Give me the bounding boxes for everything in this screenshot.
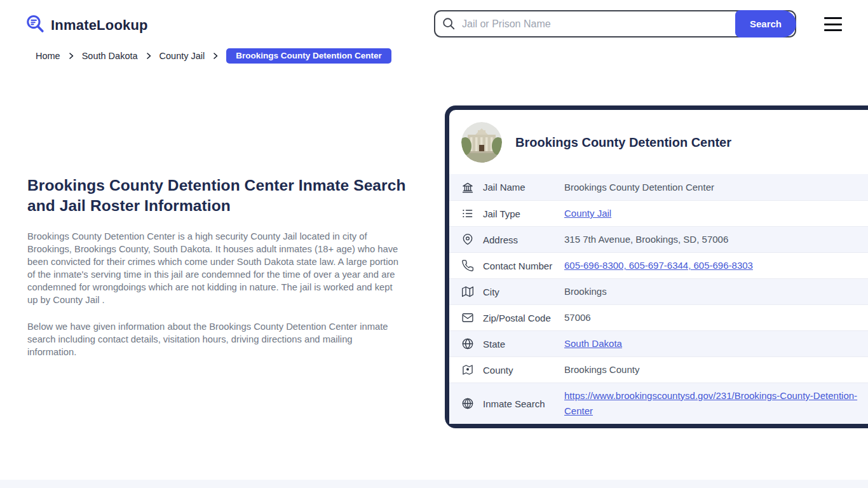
breadcrumb-link[interactable]: South Dakota [82, 51, 138, 61]
row-value-link[interactable]: 605-696-8300, 605-697-6344, 605-696-8303 [564, 260, 753, 271]
row-label: Inmate Search [483, 398, 564, 409]
map-icon [461, 285, 474, 298]
table-row: Contact Number 605-696-8300, 605-697-634… [449, 252, 868, 278]
facility-info-table: Jail Name Brookings County Detention Cen… [449, 174, 868, 424]
breadcrumb-link[interactable]: Home [36, 51, 60, 61]
row-value: 315 7th Avenue, Brookings, SD, 57006 [564, 232, 728, 247]
globe-icon [461, 337, 474, 350]
row-value[interactable]: https://www.brookingscountysd.gov/231/Br… [564, 388, 863, 419]
table-row: Jail Name Brookings County Detention Cen… [449, 174, 868, 200]
row-value-link[interactable]: https://www.brookingscountysd.gov/231/Br… [564, 390, 857, 416]
row-label: State [483, 339, 564, 349]
facility-card-title: Brookings County Detention Center [515, 135, 731, 150]
row-value: Brookings [564, 284, 607, 299]
chevron-right-icon [212, 52, 219, 60]
facility-photo [461, 122, 502, 163]
breadcrumb-current-badge: Brookings County Detention Center [226, 48, 391, 64]
row-value: Brookings County [564, 362, 639, 377]
row-value: 57006 [564, 310, 591, 325]
inmate-lookup-magnifier-icon [25, 14, 46, 37]
search-icon [442, 17, 456, 33]
web-icon [461, 397, 474, 410]
chevron-right-icon [67, 52, 75, 60]
table-row: Jail Type County Jail [449, 200, 868, 226]
bank-icon [461, 181, 474, 194]
mail-icon [461, 311, 474, 324]
row-value[interactable]: 605-696-8300, 605-697-6344, 605-696-8303 [564, 258, 753, 273]
map-pin-icon [461, 233, 474, 246]
table-row: City Brookings [449, 278, 868, 304]
table-row: Zip/Postal Code 57006 [449, 304, 868, 330]
row-value[interactable]: South Dakota [564, 336, 622, 351]
breadcrumb: Home South Dakota County Jail Brookings … [36, 48, 391, 64]
table-row: Address 315 7th Avenue, Brookings, SD, 5… [449, 226, 868, 252]
row-label: Address [483, 234, 564, 245]
search-button[interactable]: Search [735, 10, 796, 37]
chevron-right-icon [145, 52, 153, 60]
details-paragraph: Below we have given information about th… [27, 320, 403, 358]
table-row: County Brookings County [449, 356, 868, 383]
article: Brookings County Detention Center Inmate… [27, 175, 409, 358]
row-value-link[interactable]: South Dakota [564, 338, 622, 349]
table-row: Inmate Search https://www.brookingscount… [449, 383, 868, 424]
phone-icon [461, 259, 474, 272]
list-icon [461, 207, 474, 220]
map-marker-icon [461, 363, 474, 376]
table-row: State South Dakota [449, 330, 868, 356]
breadcrumb-link[interactable]: County Jail [159, 51, 205, 61]
row-label: County [483, 365, 564, 376]
facility-card-header: Brookings County Detention Center [449, 110, 868, 174]
row-label: Jail Name [483, 182, 564, 193]
row-value-link[interactable]: County Jail [564, 208, 611, 219]
row-value[interactable]: County Jail [564, 206, 611, 221]
intro-paragraph: Brookings County Detention Center is a h… [27, 230, 403, 306]
page-title: Brookings County Detention Center Inmate… [27, 175, 409, 216]
row-label: Zip/Postal Code [483, 313, 564, 323]
site-logo-text: InmateLookup [51, 17, 148, 34]
row-value: Brookings County Detention Center [564, 180, 714, 195]
hamburger-menu-icon[interactable] [824, 17, 842, 31]
facility-info-card: Brookings County Detention Center Jail N… [445, 105, 868, 428]
row-label: Contact Number [483, 261, 564, 271]
row-label: City [483, 287, 564, 297]
next-section-divider [0, 480, 868, 488]
search-bar: Search [434, 10, 796, 37]
row-label: Jail Type [483, 208, 564, 219]
site-logo[interactable]: InmateLookup [25, 14, 148, 37]
